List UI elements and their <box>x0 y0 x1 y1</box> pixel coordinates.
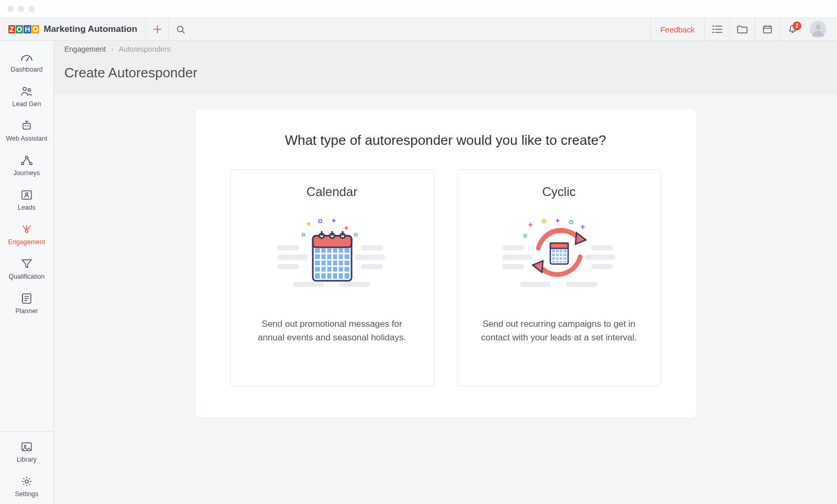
id-card-icon <box>20 188 33 202</box>
page-header: Create Autoresponder <box>54 58 837 93</box>
main: Engagement › Autoresponders Create Autor… <box>54 41 837 504</box>
avatar[interactable] <box>810 21 827 38</box>
notifications-button[interactable]: 2 <box>779 18 805 40</box>
sidebar-item-engagement[interactable]: Engagement <box>0 217 53 252</box>
calendar-button[interactable] <box>754 18 779 40</box>
svg-point-4 <box>23 87 26 90</box>
sidebar-item-qualification[interactable]: Qualification <box>0 252 53 287</box>
option-cyclic[interactable]: Cyclic <box>457 169 661 386</box>
autoresponder-panel: What type of autoresponder would you lik… <box>195 109 697 418</box>
svg-point-44 <box>542 220 546 223</box>
svg-point-18 <box>25 480 28 483</box>
sidebar-item-label: Engagement <box>8 238 46 246</box>
svg-point-5 <box>28 89 31 91</box>
sidebar-item-label: Planner <box>15 307 38 315</box>
sidebar-item-label: Qualification <box>9 273 45 280</box>
topbar: ZOHO Marketing Automation Feedback 2 <box>0 18 837 41</box>
svg-marker-47 <box>575 233 586 244</box>
svg-point-14 <box>26 230 28 233</box>
sidebar-item-webassistant[interactable]: Web Assistant <box>0 114 53 148</box>
folder-icon <box>737 25 748 33</box>
activity-button[interactable] <box>704 18 729 40</box>
add-button[interactable] <box>146 18 169 40</box>
svg-rect-19 <box>277 245 299 250</box>
svg-rect-39 <box>591 245 613 250</box>
sidebar-item-label: Library <box>17 456 37 463</box>
svg-rect-1 <box>763 26 771 33</box>
sidebar-item-label: Journeys <box>14 169 40 177</box>
body: Dashboard Lead Gen Web Assistant Journey… <box>0 41 837 504</box>
sidebar-item-settings[interactable]: Settings <box>0 469 53 504</box>
notification-badge: 2 <box>793 21 801 30</box>
svg-rect-42 <box>520 282 551 287</box>
svg-rect-25 <box>293 282 324 287</box>
feedback-link[interactable]: Feedback <box>650 18 704 40</box>
mac-minimize-dot[interactable] <box>18 6 24 12</box>
page-title: Create Autoresponder <box>64 65 827 81</box>
sidebar-item-library[interactable]: Library <box>0 435 53 469</box>
svg-point-29 <box>354 234 357 236</box>
breadcrumb-current: Autoresponders <box>119 45 171 53</box>
user-icon <box>810 21 827 38</box>
journey-icon <box>20 154 33 167</box>
sidebar: Dashboard Lead Gen Web Assistant Journey… <box>0 41 54 504</box>
option-desc: Send out recurring campaigns to get in c… <box>476 317 643 344</box>
option-title: Cyclic <box>542 185 576 199</box>
mac-close-dot[interactable] <box>7 6 14 12</box>
svg-point-10 <box>26 156 28 158</box>
brand-name: Marketing Automation <box>43 24 137 35</box>
sidebar-item-leadgen[interactable]: Lead Gen <box>0 79 53 114</box>
svg-rect-37 <box>502 255 533 260</box>
brand[interactable]: ZOHO Marketing Automation <box>0 18 146 40</box>
sidebar-item-planner[interactable]: Planner <box>0 287 53 321</box>
svg-point-7 <box>25 125 26 127</box>
mac-titlebar <box>0 0 837 18</box>
mac-zoom-dot[interactable] <box>28 6 35 12</box>
chevron-right-icon: › <box>111 45 114 53</box>
svg-rect-40 <box>585 255 615 260</box>
sidebar-item-journeys[interactable]: Journeys <box>0 148 53 183</box>
engagement-icon <box>20 223 33 236</box>
svg-rect-43 <box>566 282 597 287</box>
svg-rect-20 <box>277 255 308 260</box>
zoho-logo: ZOHO <box>8 25 39 33</box>
sidebar-item-label: Dashboard <box>10 66 42 73</box>
svg-marker-48 <box>533 261 543 272</box>
funnel-icon <box>20 257 33 271</box>
svg-point-45 <box>570 221 573 224</box>
robot-icon <box>20 119 33 133</box>
option-title: Calendar <box>307 185 357 199</box>
svg-rect-24 <box>361 264 383 269</box>
svg-rect-6 <box>23 123 30 129</box>
sidebar-item-leads[interactable]: Leads <box>0 183 53 217</box>
people-icon <box>20 85 33 98</box>
svg-point-11 <box>30 163 32 165</box>
calendar-illustration <box>244 209 420 303</box>
svg-point-3 <box>26 60 28 62</box>
content: What type of autoresponder would you lik… <box>54 93 837 504</box>
list-check-icon <box>712 25 722 33</box>
search-button[interactable] <box>169 18 192 40</box>
svg-point-46 <box>524 235 526 237</box>
breadcrumb-parent[interactable]: Engagement <box>64 45 106 53</box>
search-icon <box>176 25 185 34</box>
folder-button[interactable] <box>729 18 754 40</box>
cycle-illustration <box>471 209 647 303</box>
option-desc: Send out promotional messages for annual… <box>248 317 416 344</box>
sidebar-item-label: Leads <box>18 204 36 211</box>
sidebar-item-label: Settings <box>15 490 38 498</box>
calendar-icon <box>763 25 772 34</box>
sidebar-item-label: Lead Gen <box>13 100 41 108</box>
svg-point-17 <box>24 445 26 446</box>
svg-rect-38 <box>502 264 524 269</box>
topbar-right: Feedback 2 <box>650 18 832 40</box>
app-window: ZOHO Marketing Automation Feedback 2 <box>0 0 837 504</box>
svg-rect-23 <box>355 255 385 260</box>
image-icon <box>20 440 33 454</box>
sidebar-item-dashboard[interactable]: Dashboard <box>0 45 53 79</box>
svg-point-2 <box>816 25 821 30</box>
svg-point-8 <box>27 125 28 127</box>
planner-icon <box>20 292 33 305</box>
option-calendar[interactable]: Calendar <box>230 169 434 386</box>
svg-point-27 <box>319 220 322 223</box>
